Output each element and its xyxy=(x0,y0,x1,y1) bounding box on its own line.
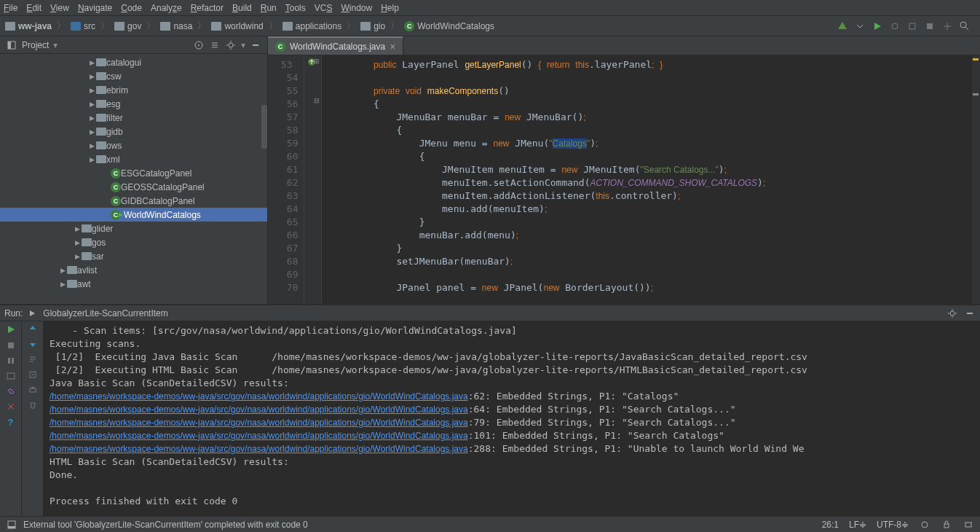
tree-item-catalogui[interactable]: ▶ catalogui xyxy=(0,55,267,69)
run-config-play-icon xyxy=(27,308,39,319)
project-tree[interactable]: ▶ catalogui▶ csw▶ ebrim▶ esg▶ filter▶ gi… xyxy=(0,54,267,304)
file-link[interactable]: /home/masnes/workspace-demos/ww-java/src… xyxy=(50,431,468,441)
file-link[interactable]: /home/masnes/workspace-demos/ww-java/src… xyxy=(50,418,468,428)
gutter-annotations: ⊞ ⊟ xyxy=(304,55,322,304)
tree-item-sar[interactable]: ▶ sar xyxy=(0,249,267,263)
breadcrumb-nasa[interactable]: nasa xyxy=(159,21,194,31)
file-link[interactable]: /home/masnes/workspace-demos/ww-java/src… xyxy=(50,444,468,454)
project-title[interactable]: Project xyxy=(22,40,49,50)
readonly-lock-icon[interactable] xyxy=(941,519,952,531)
down-icon[interactable] xyxy=(28,340,37,351)
line-number-gutter[interactable]: 53 54 55 56 57 58 59 60 61 62 63 64 65 6… xyxy=(268,55,304,304)
run-icon[interactable] xyxy=(872,20,883,32)
svg-rect-19 xyxy=(967,313,973,314)
scroll-to-end-icon[interactable] xyxy=(28,370,37,381)
run-settings-icon[interactable] xyxy=(947,308,958,319)
pause-icon[interactable] xyxy=(7,356,15,367)
tree-item-ows[interactable]: ▶ ows xyxy=(0,138,267,152)
svg-rect-22 xyxy=(12,358,14,364)
menu-run[interactable]: Run xyxy=(261,3,277,13)
run-config-dropdown[interactable] xyxy=(854,20,866,32)
menu-help[interactable]: Help xyxy=(381,3,399,13)
project-view-icon[interactable] xyxy=(6,39,17,51)
project-view-chevron[interactable]: ▾ xyxy=(53,40,58,50)
breadcrumb-worldwind[interactable]: worldwind xyxy=(210,21,264,31)
notifications-icon[interactable] xyxy=(963,519,974,531)
coverage-icon[interactable] xyxy=(906,20,918,32)
dump-threads-icon[interactable] xyxy=(7,372,15,383)
build-icon[interactable] xyxy=(837,20,848,32)
fold-plus-icon[interactable]: ⊞ xyxy=(314,58,320,65)
breadcrumb-applications[interactable]: applications xyxy=(281,21,343,31)
soft-wrap-icon[interactable] xyxy=(28,355,37,366)
tree-item-filter[interactable]: ▶ filter xyxy=(0,111,267,125)
code-editor[interactable]: public LayerPanel getLayerPanel() { retu… xyxy=(322,55,971,304)
close-run-icon[interactable] xyxy=(7,402,15,413)
menu-edit[interactable]: Edit xyxy=(26,3,42,13)
menu-build[interactable]: Build xyxy=(232,3,252,13)
help-icon[interactable]: ? xyxy=(8,418,13,428)
tool-windows-icon[interactable] xyxy=(6,519,17,531)
search-everywhere-icon[interactable] xyxy=(959,20,971,32)
stop-icon[interactable] xyxy=(924,20,936,32)
menu-window[interactable]: Window xyxy=(341,3,372,13)
tree-item-gidbcatalogpanel[interactable]: C GIDBCatalogPanel xyxy=(0,194,267,208)
tree-item-gidb[interactable]: ▶ gidb xyxy=(0,125,267,138)
cursor-position[interactable]: 26:1 xyxy=(822,520,839,530)
tree-item-csw[interactable]: ▶ csw xyxy=(0,69,267,83)
settings-gear-icon[interactable] xyxy=(225,39,237,51)
close-tab-icon[interactable]: × xyxy=(390,42,395,52)
stop-run-icon[interactable] xyxy=(7,341,15,352)
updates-icon[interactable] xyxy=(941,20,953,32)
file-link[interactable]: /home/masnes/workspace-demos/ww-java/src… xyxy=(50,404,468,415)
clear-icon[interactable] xyxy=(28,401,37,412)
file-link[interactable]: /home/masnes/workspace-demos/ww-java/src… xyxy=(50,391,468,402)
svg-rect-6 xyxy=(360,22,371,31)
svg-rect-2 xyxy=(114,22,125,31)
svg-point-18 xyxy=(950,311,955,316)
menu-analyze[interactable]: Analyze xyxy=(151,3,182,13)
tree-item-avlist[interactable]: ▶ avlist xyxy=(0,263,267,277)
run-config-name[interactable]: GlobalyzerLite-ScanCurrentItem xyxy=(43,308,167,318)
breadcrumb-src[interactable]: src xyxy=(69,21,97,31)
tree-item-ebrim[interactable]: ▶ ebrim xyxy=(0,83,267,97)
inspection-icon[interactable] xyxy=(919,519,930,531)
menu-code[interactable]: Code xyxy=(121,3,142,13)
tree-item-gos[interactable]: ▶ gos xyxy=(0,235,267,249)
menu-navigate[interactable]: Navigate xyxy=(78,3,112,13)
menu-refactor[interactable]: Refactor xyxy=(191,3,224,13)
svg-point-15 xyxy=(229,43,233,47)
line-separator[interactable]: LF≑ xyxy=(849,520,866,530)
breadcrumb-gio[interactable]: gio xyxy=(359,21,387,31)
breadcrumb-gov[interactable]: gov xyxy=(113,21,143,31)
menu-tools[interactable]: Tools xyxy=(285,3,306,13)
run-hide-icon[interactable] xyxy=(964,308,976,319)
menu-view[interactable]: View xyxy=(50,3,69,13)
tree-item-xml[interactable]: ▶ xml xyxy=(0,152,267,166)
tree-item-esg[interactable]: ▶ esg xyxy=(0,97,267,111)
tree-item-geosscatalogpanel[interactable]: C GEOSSCatalogPanel xyxy=(0,180,267,194)
fold-minus-icon[interactable]: ⊟ xyxy=(314,97,320,104)
breadcrumb-worldwindcatalogs[interactable]: CWorldWindCatalogs xyxy=(403,21,496,31)
menu-vcs[interactable]: VCS xyxy=(315,3,333,13)
up-icon[interactable] xyxy=(28,324,37,335)
tree-item-esgcatalogpanel[interactable]: C ESGCatalogPanel xyxy=(0,166,267,180)
menu-file[interactable]: File xyxy=(4,3,17,13)
print-icon[interactable] xyxy=(28,386,37,396)
collapse-all-icon[interactable] xyxy=(209,39,221,51)
locate-icon[interactable] xyxy=(193,39,205,51)
tree-item-awt[interactable]: ▶ awt xyxy=(0,277,267,291)
hide-icon[interactable] xyxy=(250,39,261,51)
svg-rect-9 xyxy=(927,23,933,29)
debug-icon[interactable] xyxy=(889,20,901,32)
tree-item-glider[interactable]: ▶ glider xyxy=(0,222,267,235)
file-encoding[interactable]: UTF-8≑ xyxy=(877,520,909,530)
tree-item-worldwindcatalogs[interactable]: C WorldWindCatalogs xyxy=(0,208,267,222)
console-output[interactable]: - Scan items: [src/gov/nasa/worldwind/ap… xyxy=(44,321,980,516)
settings-chevron[interactable]: ▾ xyxy=(241,40,245,50)
error-stripe[interactable] xyxy=(971,55,980,304)
breadcrumb-ww-java[interactable]: ww-java xyxy=(4,21,53,31)
rerun-icon[interactable] xyxy=(6,324,16,337)
link-icon[interactable] xyxy=(7,387,15,398)
tab-worldwindcatalogs[interactable]: C WorldWindCatalogs.java × xyxy=(268,36,403,55)
